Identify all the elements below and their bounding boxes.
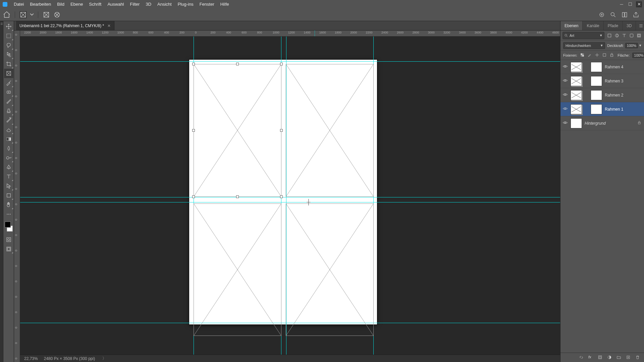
lock-artboard-icon[interactable] — [602, 53, 607, 58]
tab-close-icon[interactable]: ✕ — [107, 23, 111, 28]
canvas-frame[interactable] — [286, 64, 374, 197]
eraser-tool[interactable] — [4, 125, 13, 134]
lock-icon[interactable] — [637, 121, 642, 126]
frame-rect-option[interactable] — [19, 11, 27, 19]
layer-name[interactable]: Rahmen 2 — [605, 93, 642, 98]
group-icon[interactable] — [616, 355, 622, 360]
document-tab[interactable]: Unbenannt-1 bei 22,7% (Rahmen 1, CMYK/8)… — [16, 21, 114, 30]
filter-pixel-icon[interactable] — [606, 33, 612, 39]
layer-thumbnail[interactable] — [571, 104, 582, 114]
visibility-toggle[interactable] — [562, 64, 568, 70]
quick-select-tool[interactable] — [4, 50, 13, 59]
screen-mode-toggle[interactable] — [4, 244, 13, 254]
chevron-down-icon[interactable]: ▾ — [639, 43, 641, 48]
filter-smart-icon[interactable] — [636, 33, 642, 39]
menu-3d[interactable]: 3D — [143, 0, 154, 8]
canvas-frame[interactable] — [194, 64, 281, 197]
lock-position-icon[interactable] — [595, 53, 600, 58]
options-dropdown-caret[interactable] — [30, 12, 34, 18]
panel-menu-icon[interactable] — [636, 21, 644, 30]
lasso-tool[interactable] — [4, 41, 13, 50]
layer-mask-thumbnail[interactable] — [591, 104, 602, 114]
filter-shape-icon[interactable] — [629, 33, 635, 39]
menu-plugins[interactable]: Plug-ins — [175, 0, 197, 8]
filter-adjust-icon[interactable] — [614, 33, 620, 39]
menu-bild[interactable]: Bild — [54, 0, 67, 8]
adjustment-icon[interactable] — [607, 355, 612, 360]
search-icon[interactable] — [610, 11, 616, 18]
marquee-tool[interactable] — [4, 31, 13, 41]
layer-name[interactable]: Rahmen 3 — [605, 79, 642, 83]
layer-thumbnail[interactable] — [571, 90, 582, 100]
quick-mask-toggle[interactable] — [4, 235, 13, 244]
layer-mask-thumbnail[interactable] — [591, 90, 602, 100]
layer-name[interactable]: Rahmen 4 — [605, 65, 642, 69]
layer-filter-kind[interactable]: Art ▾ — [562, 32, 604, 39]
layer-row[interactable]: Hintergrund — [560, 116, 644, 130]
brush-tool[interactable] — [4, 97, 13, 106]
menu-datei[interactable]: Datei — [11, 0, 27, 8]
history-brush-tool[interactable] — [4, 116, 13, 125]
visibility-toggle[interactable] — [562, 106, 568, 112]
layer-row[interactable]: Rahmen 2 — [560, 88, 644, 102]
blend-mode-select[interactable]: Hindurchwirken ▾ — [563, 42, 605, 49]
shape-tool[interactable] — [4, 191, 13, 200]
share-icon[interactable] — [633, 11, 639, 18]
menu-fenster[interactable]: Fenster — [197, 0, 217, 8]
type-tool[interactable] — [4, 172, 13, 181]
lock-pixels-icon[interactable] — [580, 53, 585, 58]
menu-bearbeiten[interactable]: Bearbeiten — [27, 0, 54, 8]
blur-tool[interactable] — [4, 144, 13, 153]
canvas-frame[interactable] — [194, 203, 281, 336]
home-button[interactable] — [3, 11, 11, 19]
foreground-color[interactable] — [5, 222, 11, 228]
visibility-toggle[interactable] — [562, 78, 568, 84]
horizontal-ruler[interactable]: 2200200018001600140012001000800600400200… — [20, 31, 560, 37]
menu-hilfe[interactable]: Hilfe — [217, 0, 232, 8]
layer-row[interactable]: Rahmen 1 — [560, 102, 644, 116]
new-layer-icon[interactable] — [626, 355, 631, 360]
healing-tool[interactable] — [4, 87, 13, 97]
fx-icon[interactable]: fx — [588, 355, 594, 360]
menu-auswahl[interactable]: Auswahl — [104, 0, 127, 8]
vertical-ruler[interactable]: 0000000000000000000000 — [14, 31, 20, 362]
frame-align-option-b[interactable] — [53, 11, 61, 19]
tab-ebenen[interactable]: Ebenen — [560, 21, 583, 30]
layer-mask-thumbnail[interactable] — [591, 76, 602, 86]
filter-type-icon[interactable] — [621, 33, 627, 39]
left-dock-strip[interactable] — [0, 21, 3, 362]
visibility-toggle[interactable] — [562, 92, 568, 98]
window-close-button[interactable]: ✕ — [636, 1, 642, 7]
lock-all-icon[interactable] — [609, 53, 615, 58]
tab-3d[interactable]: 3D — [623, 21, 636, 30]
gradient-tool[interactable] — [4, 134, 13, 144]
layer-mask-thumbnail[interactable] — [591, 62, 602, 72]
layer-thumbnail[interactable] — [571, 76, 582, 86]
frame-align-option-a[interactable] — [42, 11, 50, 19]
eyedropper-tool[interactable] — [4, 78, 13, 87]
path-select-tool[interactable] — [4, 181, 13, 191]
menu-schrift[interactable]: Schrift — [86, 0, 105, 8]
layer-thumbnail[interactable] — [571, 62, 582, 72]
workspace-switcher-icon[interactable] — [621, 11, 628, 18]
layer-row[interactable]: Rahmen 3 — [560, 74, 644, 88]
fill-value[interactable]: 100% — [632, 53, 644, 58]
canvas[interactable]: ┼ — [20, 37, 560, 355]
pen-tool[interactable] — [4, 163, 13, 172]
cloud-status-icon[interactable] — [598, 11, 605, 18]
hand-tool[interactable] — [4, 200, 13, 209]
status-flyout-icon[interactable]: 〉 — [102, 356, 106, 361]
window-minimize-button[interactable]: ─ — [619, 1, 625, 7]
link-layers-icon[interactable] — [579, 355, 584, 360]
tab-pfade[interactable]: Pfade — [604, 21, 623, 30]
stamp-tool[interactable] — [4, 106, 13, 116]
menu-ansicht[interactable]: Ansicht — [154, 0, 175, 8]
trash-icon[interactable] — [635, 355, 641, 360]
opacity-value[interactable]: 100% — [625, 43, 638, 48]
layer-row[interactable]: Rahmen 4 — [560, 60, 644, 74]
menu-filter[interactable]: Filter — [127, 0, 143, 8]
canvas-frame[interactable] — [286, 203, 374, 336]
zoom-level[interactable]: 22,73% — [24, 356, 38, 361]
layer-name[interactable]: Rahmen 1 — [605, 107, 642, 112]
layer-name[interactable]: Hintergrund — [585, 121, 635, 126]
